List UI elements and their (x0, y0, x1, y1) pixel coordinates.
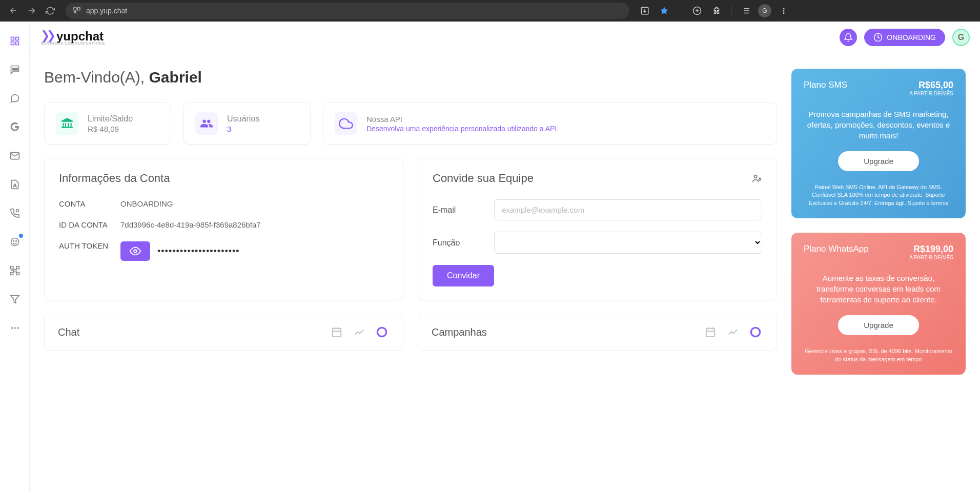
extensions-icon[interactable] (709, 4, 724, 18)
onboarding-label: ONBOARDING (887, 33, 936, 42)
promo-sms-name: Plano SMS (804, 80, 847, 90)
calendar-icon[interactable] (703, 324, 718, 340)
svg-point-23 (16, 210, 18, 212)
chat-panel: Chat (44, 314, 403, 351)
browser-back-button[interactable] (6, 4, 21, 18)
notifications-button[interactable] (840, 29, 857, 46)
svg-rect-28 (16, 266, 19, 269)
calendar-icon[interactable] (329, 324, 344, 340)
promo-wa-name: Plano WhatsApp (804, 244, 869, 254)
browser-forward-button[interactable] (25, 4, 39, 18)
media-icon[interactable] (739, 4, 753, 18)
sidebar-contacts[interactable] (8, 177, 22, 192)
account-id-value: 7dd3996c-4e8d-419a-985f-f369a826bfa7 (120, 220, 389, 229)
role-label: Função (433, 238, 484, 248)
sidebar-whatsapp[interactable] (8, 91, 22, 106)
team-settings-icon[interactable] (751, 173, 762, 184)
eye-icon (130, 245, 141, 257)
email-label: E-mail (433, 206, 484, 215)
browser-address-bar[interactable]: app.yup.chat (66, 3, 629, 19)
campaigns-title: Campanhas (432, 326, 487, 338)
svg-rect-1 (77, 8, 80, 10)
campaigns-panel: Campanhas (418, 314, 777, 351)
donut-chart-icon[interactable] (374, 324, 390, 340)
svg-rect-31 (16, 272, 19, 275)
sidebar-email[interactable] (8, 149, 22, 163)
bank-icon (56, 112, 78, 135)
account-value: ONBOARDING (120, 199, 389, 208)
notification-dot (19, 234, 23, 238)
balance-card[interactable]: Limite/Saldo R$ 48,09 (44, 102, 171, 145)
star-icon[interactable] (657, 4, 671, 18)
svg-point-22 (14, 184, 15, 186)
svg-point-40 (754, 175, 757, 178)
users-icon (195, 112, 218, 135)
line-chart-icon[interactable] (352, 324, 367, 340)
users-card[interactable]: Usuários 3 (183, 102, 311, 145)
svg-point-16 (783, 12, 785, 14)
new-tab-icon[interactable] (690, 4, 704, 18)
sidebar-chatbot[interactable] (8, 235, 22, 249)
sidebar-integrations[interactable] (8, 263, 22, 278)
users-value: 3 (227, 125, 259, 133)
invite-button[interactable]: Convidar (433, 265, 494, 286)
sidebar-sms[interactable]: SMS (8, 63, 22, 77)
sidebar-google[interactable] (8, 120, 22, 134)
browser-menu-icon[interactable] (777, 4, 791, 18)
upgrade-sms-button[interactable]: Upgrade (838, 151, 919, 171)
svg-marker-34 (10, 296, 19, 303)
browser-refresh-button[interactable] (43, 4, 57, 18)
url-text: app.yup.chat (86, 7, 127, 15)
donut-chart-icon[interactable] (748, 324, 763, 340)
promo-whatsapp-card: Plano WhatsApp R$199,00 A PARTIR DE/MÊS … (791, 233, 966, 375)
svg-point-36 (14, 327, 15, 329)
account-id-label: ID DA CONTA (59, 220, 120, 229)
sidebar-more[interactable] (8, 321, 22, 335)
account-label: CONTA (59, 199, 120, 208)
svg-point-14 (783, 8, 785, 9)
sidebar: SMS (0, 22, 30, 492)
promo-sms-price: R$65,00 (909, 80, 953, 91)
chat-title: Chat (58, 326, 79, 338)
svg-rect-47 (706, 329, 715, 337)
sidebar-calls[interactable] (8, 206, 22, 220)
line-chart-icon[interactable] (725, 324, 741, 340)
svg-point-39 (134, 250, 137, 253)
gauge-icon (873, 33, 883, 42)
email-field[interactable] (494, 199, 762, 220)
cloud-icon (335, 112, 357, 135)
promo-sms-card: Plano SMS R$65,00 A PARTIR DE/MÊS Promov… (791, 69, 966, 218)
balance-label: Limite/Saldo (88, 114, 133, 124)
user-avatar[interactable]: G (952, 29, 970, 46)
svg-rect-19 (15, 42, 18, 45)
install-app-icon[interactable] (638, 4, 652, 18)
svg-rect-0 (74, 8, 76, 10)
svg-rect-42 (333, 329, 341, 337)
svg-rect-18 (15, 37, 18, 40)
api-desc: Desenvolva uma experiência personalizada… (366, 125, 559, 133)
role-select[interactable] (494, 232, 762, 254)
account-info-panel: Informações da Conta CONTA ONBOARDING ID… (44, 158, 403, 300)
upgrade-wa-button[interactable]: Upgrade (838, 315, 919, 335)
promo-wa-fine: Gerencie listas e grupos. SSL de 4096 bi… (804, 347, 953, 363)
onboarding-button[interactable]: ONBOARDING (864, 29, 945, 46)
promo-sms-fine: Painel Web SMS Online. API de Gateway do… (804, 183, 953, 207)
users-label: Usuários (227, 114, 259, 124)
browser-chrome: app.yup.chat G (0, 0, 980, 22)
reveal-token-button[interactable] (120, 241, 150, 261)
promo-wa-price: R$199,00 (909, 244, 953, 255)
svg-rect-29 (13, 270, 16, 272)
sidebar-filter[interactable] (8, 292, 22, 306)
token-masked: •••••••••••••••••••••• (157, 246, 240, 257)
svg-text:SMS: SMS (12, 68, 18, 71)
brand-subtitle: BUSINESS COMMUNICATIONS (41, 42, 105, 45)
api-card[interactable]: Nossa API Desenvolva uma experiência per… (323, 102, 777, 145)
balance-value: R$ 48,09 (88, 125, 133, 133)
svg-point-15 (783, 10, 785, 12)
promo-wa-price-sub: A PARTIR DE/MÊS (909, 255, 953, 260)
promo-sms-desc: Promova campanhas de SMS marketing, ofer… (804, 109, 953, 141)
auth-token-label: AUTH TOKEN (59, 241, 120, 250)
sidebar-dashboard[interactable] (8, 34, 22, 48)
browser-profile[interactable]: G (758, 4, 771, 17)
svg-point-35 (11, 327, 12, 329)
